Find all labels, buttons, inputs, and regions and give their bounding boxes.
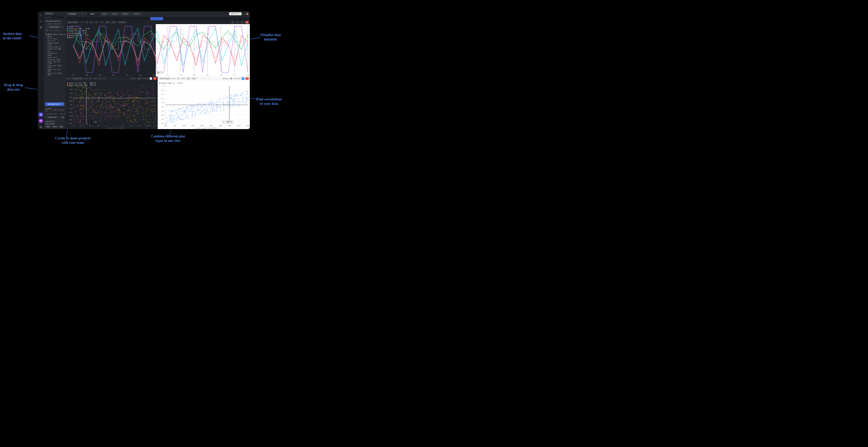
signal-item[interactable]: wheel_trq_left (Nm) <box>45 68 65 72</box>
legend-row[interactable]: pedal1 <box>67 26 89 28</box>
home-icon[interactable]: ⌂ <box>39 13 43 17</box>
bl-plot-area[interactable]: -1-0.8-0.6-0.4-0.200.20.40.60.81-9100-73… <box>66 81 158 129</box>
plot-tool-icon[interactable]: ⊡ <box>241 21 244 24</box>
legend-row[interactable]: accel (m/s2)5.83 <box>67 32 89 34</box>
bl-legend: wheel_trq_left (Nm)4620.55wheel_trq_righ… <box>67 82 96 86</box>
close-plot-button[interactable]: ✕ <box>245 21 249 24</box>
tab-status[interactable]: Status× <box>132 12 143 15</box>
svg-point-214 <box>152 93 153 94</box>
browse-files-button[interactable]: BROWSE FILES 🔍 <box>45 102 64 106</box>
br-signal-select[interactable]: Select a signal <box>159 77 171 80</box>
tab-driver[interactable]: Driver× <box>111 12 121 15</box>
minimap-selection[interactable] <box>150 17 163 20</box>
delete-layer-button[interactable]: 🗑 <box>61 116 64 119</box>
tab-main[interactable]: Main✎× <box>89 12 100 15</box>
signal-item[interactable]: engine_trq (Nm) <box>45 48 65 50</box>
signal-item[interactable]: pedal <box>45 54 65 57</box>
signal-item[interactable]: dist (m) <box>45 40 65 42</box>
bl-name-select[interactable]: steering (rad) <box>72 77 83 80</box>
tab-battery[interactable]: Battery× <box>121 12 132 15</box>
svg-point-670 <box>73 107 74 107</box>
svg-point-857 <box>245 103 245 103</box>
create-signal-button[interactable]: Create signal + <box>45 26 64 28</box>
signal-item[interactable]: wheel_spd_right (rpm) <box>45 65 65 68</box>
dataset-group[interactable]: ▾ example_aero_1_race.csv <box>45 31 65 36</box>
legend-row[interactable]: NGear5 <box>67 36 89 38</box>
signal-item[interactable]: wheel_trq_right (Nm) <box>45 72 65 76</box>
compare-toggle[interactable]: COMPARE <box>54 109 64 111</box>
signal-item[interactable]: engine_speed (rpm) <box>45 42 65 46</box>
signal-item[interactable]: engine_temp (C) <box>45 46 65 48</box>
legend-row[interactable]: steering (rad)-0.68 <box>67 28 89 30</box>
bl-min[interactable]: -1 <box>98 77 101 80</box>
svg-text:⊕ engine_speed (rpm)   5489.41: ⊕ engine_speed (rpm) 5489.41 <box>195 127 218 129</box>
calc-signal-item[interactable]: accel (m/s)_LP <box>45 23 65 25</box>
signal-item[interactable]: laptime (s) <box>45 52 65 54</box>
feedback-button[interactable]: Feedback <box>67 12 78 15</box>
plot-tool-icon[interactable]: ⊞ <box>231 21 234 24</box>
app-logo-icon[interactable]: M <box>39 113 43 117</box>
svg-point-188 <box>113 111 114 112</box>
add-plot-button[interactable]: ADD PLOT + <box>229 12 242 15</box>
zoom-to-fit-icon[interactable]: ⛶ <box>243 13 245 15</box>
legend-row[interactable]: accel (m/s)_LP3.91 <box>67 34 89 36</box>
add-tab-button[interactable]: + <box>144 11 149 17</box>
layer-select[interactable]: 1/example_aero_1_race.csv <box>45 113 64 115</box>
signal-item[interactable]: accel (m/s) <box>45 38 65 40</box>
select-signal-button[interactable]: Select a signal <box>67 21 79 24</box>
limit-max[interactable]: max <box>112 21 116 24</box>
legend-row[interactable]: wheel_trq_right (Nm)896.44 <box>67 84 96 86</box>
legend-row[interactable]: wheel_trq_left (Nm)4620.55 <box>67 82 96 84</box>
br-plot-area[interactable]: 2000250030003500400045005000550060006500… <box>158 81 250 129</box>
minimap[interactable] <box>67 17 249 20</box>
br-color[interactable]: ● <box>177 77 180 80</box>
share-icon[interactable]: ⤴ <box>79 12 80 15</box>
svg-point-781 <box>174 120 174 120</box>
svg-point-659 <box>99 97 100 98</box>
save-button[interactable]: SAVE <box>45 125 51 128</box>
help-icon[interactable]: ? <box>85 12 86 15</box>
top-timeseries-plot[interactable]: 4354404454504554604654704754804854904955… <box>66 24 250 77</box>
search-data-icon[interactable]: ⧉ <box>39 25 43 30</box>
legend-row[interactable]: speed (m/s)60.85 <box>67 30 89 32</box>
bl-color[interactable]: ● <box>89 77 92 80</box>
bl-max[interactable]: 1 <box>103 77 105 80</box>
legend-row[interactable]: engine_temp (C)63.65 <box>159 82 182 84</box>
signal-item[interactable]: wheel_spd_left (rpm) <box>45 61 65 65</box>
signal-item[interactable]: lap <box>45 50 65 52</box>
bl-buckets[interactable]: ▦ <box>137 77 141 80</box>
signal-item[interactable]: NGear <box>45 36 65 38</box>
close-plot-button[interactable]: ✕ <box>245 77 249 80</box>
svg-point-135 <box>143 107 143 108</box>
signal-item[interactable]: speed (m/s) <box>45 57 65 59</box>
lock-icon[interactable]: 🔒 <box>246 12 249 15</box>
add-layer-button[interactable]: ADD LAYER + <box>45 116 60 119</box>
svg-point-1000 <box>172 110 172 110</box>
settings-icon[interactable]: ⚙ <box>39 125 43 129</box>
functions-button[interactable]: Functions <box>118 21 126 24</box>
svg-point-172 <box>77 116 78 117</box>
open-button[interactable]: OPEN <box>52 125 58 128</box>
limit-min[interactable]: min <box>105 21 110 24</box>
signals-icon[interactable]: ∿ <box>39 19 43 23</box>
br-fitx-checkbox[interactable] <box>242 77 244 80</box>
plot-tool-icon[interactable]: ⤢ <box>236 21 239 24</box>
signal-item[interactable]: steering (rad) <box>45 59 65 61</box>
close-plot-button[interactable]: ✕ <box>153 77 157 80</box>
new-button[interactable]: NEW <box>58 125 64 128</box>
group-signals-toggle[interactable]: GROUP SIGNALS <box>45 30 64 31</box>
svg-point-629 <box>154 122 154 123</box>
bl-fitx-checkbox[interactable] <box>150 77 152 80</box>
color-picker[interactable]: ● <box>85 21 88 24</box>
download-icon[interactable]: ⬇ <box>81 12 83 15</box>
svg-point-322 <box>153 86 153 86</box>
user-avatar[interactable]: NE <box>39 119 43 123</box>
br-max[interactable]: max <box>192 77 196 80</box>
svg-text:0.8: 0.8 <box>146 125 149 127</box>
svg-point-368 <box>154 83 154 84</box>
br-min[interactable]: min <box>186 77 190 80</box>
br-buckets[interactable]: ▦ <box>229 77 233 80</box>
style-picker[interactable]: — <box>95 21 98 24</box>
tab-tyres[interactable]: Tyres× <box>100 12 110 15</box>
signals-search-input[interactable] <box>45 15 64 19</box>
